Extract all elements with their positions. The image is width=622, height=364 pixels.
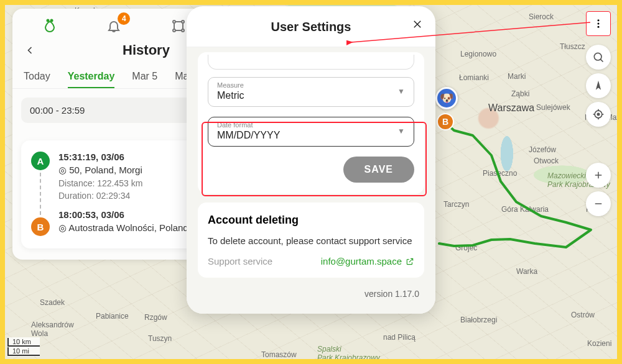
trip-distance: Distance: 122.453 km	[58, 178, 188, 188]
tab-geofences[interactable]	[171, 19, 186, 34]
user-settings-dialog: User Settings Measure Metric ▼ Date form…	[187, 6, 435, 314]
account-body: To delete account, please contact suppor…	[208, 235, 414, 246]
measure-label: Measure	[217, 81, 397, 89]
prev-field-stub	[208, 55, 414, 70]
locate-button[interactable]	[586, 102, 611, 127]
zoom-in-button[interactable]	[586, 163, 611, 188]
trip-end-place: ◎ Autostrada Wolności, Poland	[58, 222, 188, 234]
trip-start-time: 15:31:19, 03/06	[58, 152, 188, 162]
scale-km: 10 km	[7, 338, 40, 347]
marker-connector	[40, 173, 41, 215]
chevron-left-icon	[24, 44, 36, 57]
map-scale: 10 km 10 mi	[7, 337, 40, 357]
tab-units[interactable]	[42, 19, 57, 34]
more-vertical-icon	[593, 18, 604, 29]
tab-yesterday[interactable]: Yesterday	[68, 66, 115, 88]
external-link-icon	[406, 257, 414, 266]
scale-mi: 10 mi	[7, 347, 40, 356]
close-button[interactable]	[412, 19, 423, 30]
dialog-title: User Settings	[187, 20, 435, 34]
measure-value: Metric	[217, 90, 397, 101]
svg-line-4	[600, 59, 603, 61]
svg-point-20	[182, 29, 184, 32]
crosshair-icon	[592, 108, 605, 121]
svg-point-3	[594, 53, 601, 60]
svg-point-6	[597, 113, 599, 115]
svg-point-2	[598, 26, 600, 28]
svg-point-0	[598, 19, 600, 21]
unit-avatar[interactable]: 🐶	[435, 87, 458, 109]
minus-icon	[593, 198, 604, 209]
tab-today[interactable]: Today	[24, 66, 50, 88]
tab-notifications[interactable]: 4	[106, 19, 121, 34]
plus-icon	[593, 170, 604, 181]
route-track	[435, 99, 610, 261]
navigation-icon	[592, 80, 605, 92]
support-label: Support service	[208, 256, 272, 266]
svg-point-14	[47, 20, 49, 22]
svg-point-15	[50, 20, 52, 22]
paw-icon	[42, 19, 57, 34]
svg-point-1	[598, 23, 600, 25]
measure-select[interactable]: Measure Metric ▼	[208, 77, 414, 107]
search-button[interactable]	[586, 45, 611, 70]
account-heading: Account deleting	[208, 214, 414, 227]
back-button[interactable]	[24, 44, 36, 57]
marker-a: A	[31, 152, 50, 170]
chevron-down-icon: ▼	[397, 87, 405, 96]
search-icon	[592, 51, 605, 63]
bounding-box-icon	[171, 19, 186, 34]
support-email-link[interactable]: info@gurtam.space	[321, 256, 414, 266]
tab-mar5[interactable]: Mar 5	[132, 66, 157, 88]
notification-badge: 4	[118, 12, 130, 25]
chevron-down-icon: ▼	[397, 127, 405, 135]
date-format-value: MM/DD/YYYY	[217, 130, 397, 141]
more-menu-button[interactable]	[586, 11, 611, 36]
route-marker-b: B	[437, 113, 454, 130]
zoom-out-button[interactable]	[586, 191, 611, 216]
trip-start-place: ◎ 50, Poland, Morgi	[58, 165, 188, 176]
compass-button[interactable]	[586, 73, 611, 98]
account-deleting-card: Account deleting To delete account, plea…	[198, 202, 424, 278]
trip-end-time: 18:00:53, 03/06	[58, 209, 188, 220]
svg-point-19	[173, 29, 175, 32]
trip-duration: Duration: 02:29:34	[58, 191, 188, 201]
app-version: version 1.17.0	[198, 289, 424, 299]
svg-point-18	[182, 20, 184, 23]
close-icon	[412, 19, 423, 30]
svg-point-17	[173, 20, 175, 23]
date-format-select[interactable]: Date format MM/DD/YYYY ▼	[208, 117, 414, 147]
marker-b: B	[31, 217, 50, 236]
save-button[interactable]: SAVE	[343, 157, 414, 183]
date-format-label: Date format	[217, 121, 397, 129]
